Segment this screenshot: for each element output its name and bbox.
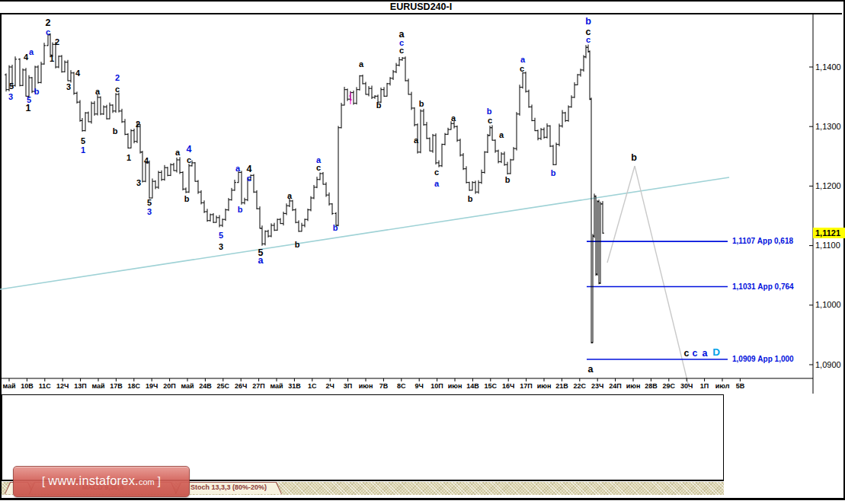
- current-price-value: 1,1121: [815, 228, 840, 238]
- chart-window: EURUSD240-I 1,1107 Арр 0,6181,1031 Арр 0…: [0, 0, 845, 504]
- highlight-bar: [349, 92, 352, 104]
- logo-open-bracket: [: [42, 474, 48, 487]
- price-bars: [5, 33, 604, 343]
- current-price-tag: 1,1121: [813, 228, 845, 238]
- logo-close-bracket: ]: [155, 474, 161, 487]
- trendline: [0, 177, 729, 289]
- tab-stoch[interactable]: Stoch 13,3,3 (80%-20%): [175, 482, 282, 494]
- projection-lines: [607, 166, 690, 390]
- axes: [2, 14, 813, 394]
- logo-domain: www.instaforex.: [48, 474, 139, 487]
- logo-tld: com: [139, 477, 155, 486]
- tab-stoch-label: Stoch 13,3,3 (80%-20%): [175, 483, 282, 491]
- instaforex-logo[interactable]: [ www.instaforex.com ]: [13, 466, 190, 497]
